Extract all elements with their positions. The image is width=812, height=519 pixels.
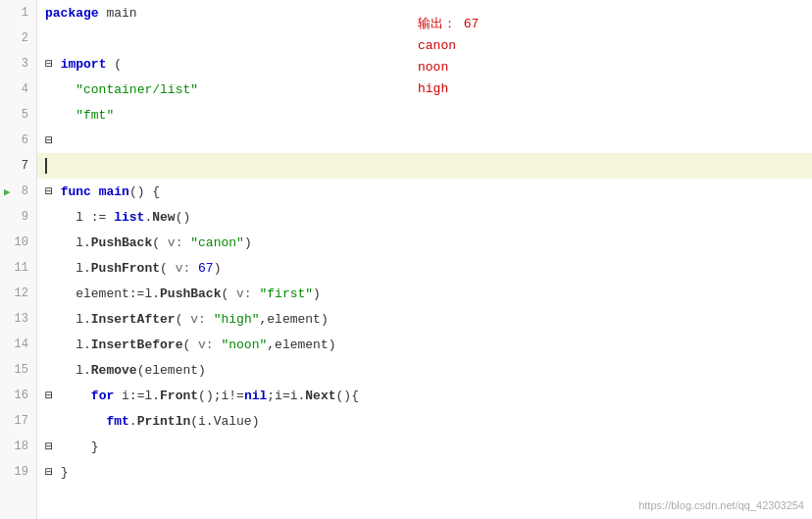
line-number-13: 13 — [0, 306, 36, 332]
line-number-9: 9 — [0, 204, 36, 230]
line-number-10: 10 — [0, 230, 36, 255]
code-line-4: "container/list" — [37, 77, 812, 102]
code-line-14: l.InsertBefore( v: "noon",element) — [37, 332, 812, 357]
line-number-8: ▶8 — [0, 179, 36, 204]
line-number-5: 5 — [0, 102, 36, 128]
code-line-5: "fmt" — [37, 102, 812, 128]
code-line-16: ⊟ for i:=l.Front();i!=nil;i=i.Next(){ — [37, 383, 812, 408]
code-line-10: l.PushBack( v: "canon") — [37, 230, 812, 255]
code-line-15: l.Remove(element) — [37, 357, 812, 383]
line-number-1: 1 — [0, 0, 36, 26]
code-line-19: ⊟ } — [37, 459, 812, 485]
code-area[interactable]: 输出： 67canonnoonhigh package main⊟ import… — [37, 0, 812, 519]
code-line-17: fmt.Println(i.Value) — [37, 408, 812, 434]
line-number-7: 7 — [0, 153, 36, 179]
run-icon[interactable]: ▶ — [4, 185, 11, 198]
code-line-1: package main — [37, 0, 812, 26]
code-line-2 — [37, 26, 812, 51]
code-line-3: ⊟ import ( — [37, 51, 812, 77]
code-line-6: ⊟ — [37, 128, 812, 153]
line-number-14: 14 — [0, 332, 36, 357]
code-editor: 1234567▶8910111213141516171819 输出： 67can… — [0, 0, 812, 519]
line-number-3: 3 — [0, 51, 36, 77]
line-number-2: 2 — [0, 26, 36, 51]
code-line-12: element:=l.PushBack( v: "first") — [37, 281, 812, 306]
line-number-16: 16 — [0, 383, 36, 408]
line-number-15: 15 — [0, 357, 36, 383]
line-number-19: 19 — [0, 459, 36, 485]
line-number-6: 6 — [0, 128, 36, 153]
code-line-18: ⊟ } — [37, 434, 812, 459]
code-line-13: l.InsertAfter( v: "high",element) — [37, 306, 812, 332]
code-line-9: l := list.New() — [37, 204, 812, 230]
code-line-11: l.PushFront( v: 67) — [37, 255, 812, 281]
code-line-8: ⊟ func main() { — [37, 179, 812, 204]
code-line-7 — [37, 153, 812, 179]
line-number-18: 18 — [0, 434, 36, 459]
line-number-4: 4 — [0, 77, 36, 102]
watermark: https://blog.csdn.net/qq_42303254 — [638, 499, 804, 511]
line-numbers: 1234567▶8910111213141516171819 — [0, 0, 37, 519]
line-number-17: 17 — [0, 408, 36, 434]
text-cursor — [45, 158, 47, 174]
line-number-12: 12 — [0, 281, 36, 306]
line-number-11: 11 — [0, 255, 36, 281]
